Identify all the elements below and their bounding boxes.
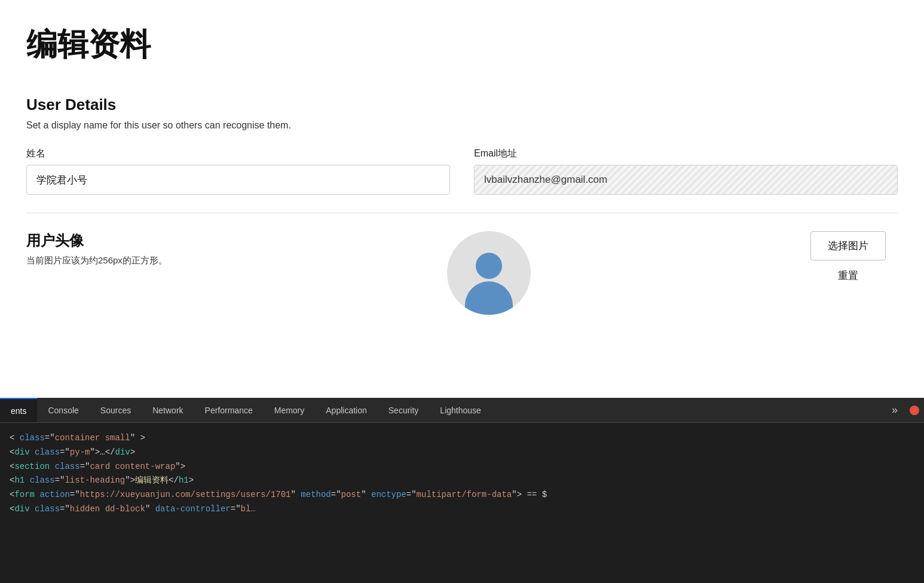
tab-lighthouse[interactable]: Lighthouse — [429, 398, 492, 422]
main-content: 编辑资料 User Details Set a display name for… — [0, 0, 924, 398]
tab-console-label: Console — [48, 406, 78, 415]
tab-console[interactable]: Console — [37, 398, 89, 422]
avatar-actions: 选择图片 重置 — [810, 231, 898, 283]
name-label: 姓名 — [26, 148, 450, 160]
avatar-section-left: 用户头像 当前图片应该为约256px的正方形。 — [26, 231, 167, 266]
user-details-title: User Details — [26, 96, 898, 114]
tab-elements-label: ents — [11, 406, 26, 416]
tab-application-label: Application — [326, 406, 367, 415]
tab-application[interactable]: Application — [315, 398, 378, 422]
avatar-body — [465, 281, 513, 315]
user-details-desc: Set a display name for this user so othe… — [26, 120, 898, 131]
devtools-close-button[interactable] — [910, 406, 919, 415]
name-form-group: 姓名 — [26, 148, 450, 195]
devtools-tabs: ents Console Sources Network Performance… — [0, 398, 924, 423]
user-details-section: User Details Set a display name for this… — [26, 96, 898, 195]
email-label: Email地址 — [474, 148, 898, 160]
name-input[interactable] — [26, 165, 450, 195]
avatar-section: 用户头像 当前图片应该为约256px的正方形。 选择图片 重置 — [26, 231, 898, 327]
tab-memory[interactable]: Memory — [264, 398, 316, 422]
tab-lighthouse-label: Lighthouse — [440, 406, 481, 415]
reset-button[interactable]: 重置 — [838, 269, 858, 283]
code-line-5: <form action="https://xueyuanjun.com/set… — [10, 488, 914, 502]
tab-network-label: Network — [152, 406, 183, 415]
avatar-head — [476, 253, 502, 279]
devtools-more-button[interactable]: » — [885, 398, 905, 422]
code-line-2: <div class="py-m">…</div> — [10, 446, 914, 460]
tab-performance-label: Performance — [205, 406, 253, 415]
tab-security[interactable]: Security — [378, 398, 430, 422]
tab-sources-label: Sources — [100, 406, 131, 415]
tab-performance[interactable]: Performance — [194, 398, 264, 422]
avatar-section-title: 用户头像 — [26, 231, 167, 250]
devtools-code-panel: < class="container small" > <div class="… — [0, 423, 924, 583]
tab-security-label: Security — [388, 406, 419, 415]
devtools-bar: ents Console Sources Network Performance… — [0, 398, 924, 583]
page-title: 编辑资料 — [26, 24, 898, 66]
choose-image-button[interactable]: 选择图片 — [810, 231, 886, 260]
code-line-3: <section class="card content-wrap"> — [10, 460, 914, 474]
code-line-6: <div class="hidden dd-block" data-contro… — [10, 502, 914, 517]
avatar-center — [167, 231, 810, 315]
tab-elements[interactable]: ents — [0, 398, 37, 422]
tab-network[interactable]: Network — [142, 398, 194, 422]
code-line-1: < class="container small" > — [10, 431, 914, 446]
avatar — [447, 231, 531, 315]
avatar-section-desc: 当前图片应该为约256px的正方形。 — [26, 255, 167, 266]
code-line-4: <h1 class="list-heading">编辑资料</h1> — [10, 474, 914, 488]
user-details-form-row: 姓名 Email地址 — [26, 148, 898, 195]
tab-memory-label: Memory — [274, 406, 305, 415]
avatar-figure — [447, 231, 531, 315]
email-input[interactable] — [474, 165, 898, 195]
section-divider — [26, 213, 898, 213]
tab-sources[interactable]: Sources — [90, 398, 142, 422]
email-form-group: Email地址 — [474, 148, 898, 195]
